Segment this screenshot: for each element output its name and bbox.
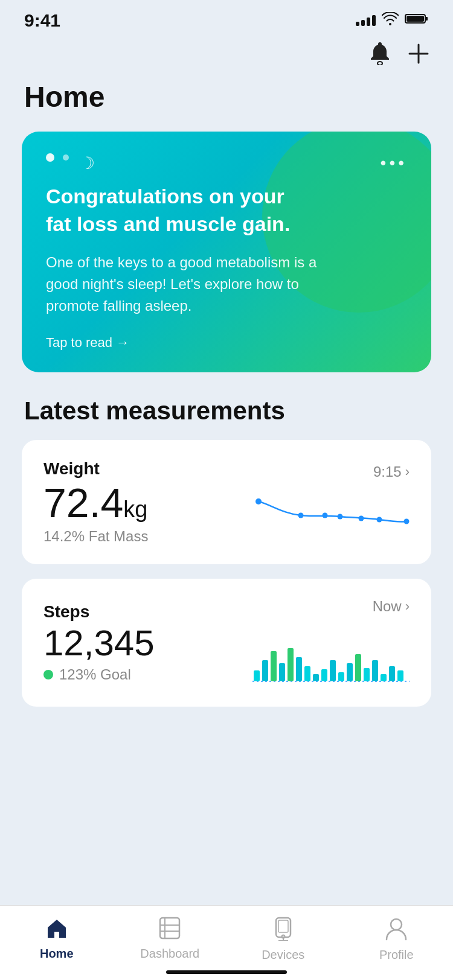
svg-point-7 bbox=[298, 512, 304, 518]
status-icons bbox=[356, 12, 429, 29]
svg-rect-32 bbox=[160, 918, 179, 938]
weight-chart-area: 9:15 › bbox=[252, 463, 410, 541]
svg-point-9 bbox=[338, 514, 343, 519]
banner-card[interactable]: ☽ ••• Congratulations on your fat loss a… bbox=[22, 132, 431, 372]
dashboard-icon bbox=[159, 917, 181, 943]
steps-value: 12,345 bbox=[43, 625, 252, 661]
nav-item-profile[interactable]: Profile bbox=[360, 917, 432, 962]
weight-info: Weight 72.4kg 14.2% Fat Mass bbox=[43, 459, 252, 545]
home-icon bbox=[45, 917, 68, 943]
svg-rect-31 bbox=[397, 670, 403, 681]
banner-dot-2 bbox=[63, 154, 69, 161]
svg-rect-26 bbox=[355, 654, 361, 681]
profile-icon bbox=[385, 917, 407, 944]
weight-sub: 14.2% Fat Mass bbox=[43, 528, 252, 545]
svg-rect-17 bbox=[279, 663, 285, 681]
weight-chevron: › bbox=[405, 464, 410, 480]
svg-point-3 bbox=[378, 62, 382, 65]
nav-item-dashboard[interactable]: Dashboard bbox=[133, 917, 206, 961]
measurements-section-title: Latest measurements bbox=[0, 396, 453, 440]
svg-point-11 bbox=[377, 517, 382, 522]
add-button[interactable] bbox=[408, 43, 429, 67]
svg-rect-22 bbox=[321, 669, 327, 681]
svg-point-41 bbox=[391, 919, 402, 930]
nav-label-home: Home bbox=[40, 947, 74, 961]
svg-rect-18 bbox=[288, 648, 294, 681]
steps-chart-area: Now › bbox=[252, 598, 410, 687]
steps-card[interactable]: Steps 12,345 123% Goal Now › bbox=[22, 579, 431, 707]
weight-card[interactable]: Weight 72.4kg 14.2% Fat Mass 9:15 › bbox=[22, 440, 431, 564]
wifi-icon bbox=[382, 12, 399, 29]
svg-rect-2 bbox=[406, 16, 424, 22]
weight-chart bbox=[252, 492, 410, 541]
nav-label-devices: Devices bbox=[262, 948, 304, 962]
svg-rect-27 bbox=[364, 668, 370, 681]
page-title: Home bbox=[0, 80, 453, 132]
status-bar: 9:41 bbox=[0, 0, 453, 36]
weight-value: 72.4kg bbox=[43, 482, 252, 523]
nav-item-home[interactable]: Home bbox=[21, 917, 93, 961]
banner-description: One of the keys to a good metabolism is … bbox=[46, 252, 336, 317]
notification-button[interactable] bbox=[370, 42, 390, 68]
battery-icon bbox=[405, 13, 429, 28]
home-indicator bbox=[166, 970, 287, 974]
moon-icon: ☽ bbox=[80, 153, 95, 173]
svg-rect-28 bbox=[372, 660, 378, 681]
weight-label: Weight bbox=[43, 459, 252, 479]
svg-point-10 bbox=[359, 515, 364, 521]
svg-rect-23 bbox=[330, 660, 336, 681]
steps-info: Steps 12,345 123% Goal bbox=[43, 602, 252, 683]
nav-item-devices[interactable]: Devices bbox=[247, 917, 320, 962]
header-actions bbox=[0, 36, 453, 80]
nav-label-dashboard: Dashboard bbox=[140, 947, 199, 961]
svg-rect-24 bbox=[338, 672, 344, 681]
svg-rect-20 bbox=[304, 666, 310, 681]
steps-time: Now › bbox=[373, 598, 410, 615]
svg-rect-37 bbox=[278, 920, 288, 932]
nav-label-profile: Profile bbox=[379, 948, 414, 962]
steps-goal: 123% Goal bbox=[43, 666, 252, 683]
svg-rect-1 bbox=[425, 17, 428, 21]
svg-rect-16 bbox=[271, 651, 277, 681]
steps-label: Steps bbox=[43, 602, 252, 622]
bottom-nav: Home Dashboard Devices bbox=[0, 905, 453, 980]
svg-rect-29 bbox=[381, 674, 387, 681]
banner-indicators: ☽ bbox=[46, 153, 407, 173]
svg-rect-15 bbox=[262, 660, 268, 681]
banner-cta[interactable]: Tap to read → bbox=[46, 335, 407, 351]
status-time: 9:41 bbox=[24, 10, 60, 31]
devices-icon bbox=[272, 917, 294, 944]
svg-rect-30 bbox=[389, 666, 395, 681]
svg-rect-21 bbox=[313, 674, 319, 681]
banner-menu-button[interactable]: ••• bbox=[381, 153, 407, 173]
signal-icon bbox=[356, 15, 376, 26]
svg-rect-14 bbox=[254, 670, 260, 681]
svg-point-12 bbox=[404, 518, 410, 524]
steps-chevron: › bbox=[405, 599, 410, 614]
svg-rect-25 bbox=[347, 663, 353, 681]
banner-dot-1 bbox=[46, 153, 54, 162]
banner-title: Congratulations on your fat loss and mus… bbox=[46, 183, 300, 238]
goal-dot bbox=[43, 670, 53, 679]
steps-chart bbox=[252, 627, 410, 687]
weight-time: 9:15 › bbox=[373, 463, 410, 480]
svg-point-8 bbox=[323, 512, 328, 518]
svg-rect-19 bbox=[296, 657, 302, 681]
